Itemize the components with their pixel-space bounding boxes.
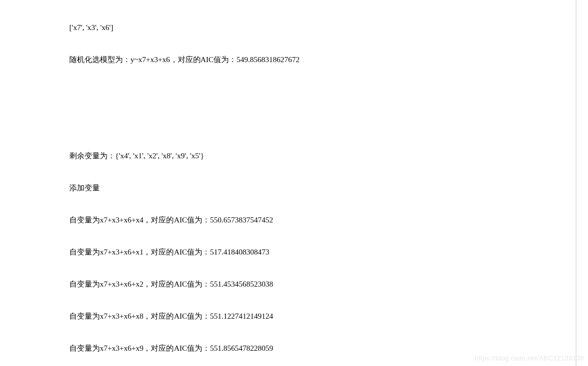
output-line: 自变量为x7+x3+x6+x2，对应的AIC值为：551.45345685230… [69, 279, 583, 290]
output-line: 随机化选模型为：y~x7+x3+x6，对应的AIC值为：549.85683186… [69, 54, 583, 65]
panel-border [576, 0, 576, 366]
output-text: ['x7', 'x3', 'x6'] 随机化选模型为：y~x7+x3+x6，对应… [0, 0, 588, 366]
output-line: 添加变量 [69, 183, 583, 193]
output-line: 自变量为x7+x3+x6+x9，对应的AIC值为：551.85654782280… [69, 343, 583, 354]
output-line: 自变量为x7+x3+x6+x8，对应的AIC值为：551.12274121491… [69, 311, 583, 322]
output-line: 剩余变量为：{'x4', 'x1', 'x2', 'x8', 'x9', 'x5… [69, 151, 583, 161]
output-line: 自变量为x7+x3+x6+x1，对应的AIC值为：517.41840830847… [69, 247, 583, 258]
watermark: https://blog.csdn.net/ABC12138138 [475, 354, 584, 363]
output-line: 自变量为x7+x3+x6+x4，对应的AIC值为：550.65738375474… [69, 215, 583, 226]
output-line [69, 87, 583, 97]
output-line [69, 119, 583, 129]
output-line: ['x7', 'x3', 'x6'] [69, 22, 583, 33]
